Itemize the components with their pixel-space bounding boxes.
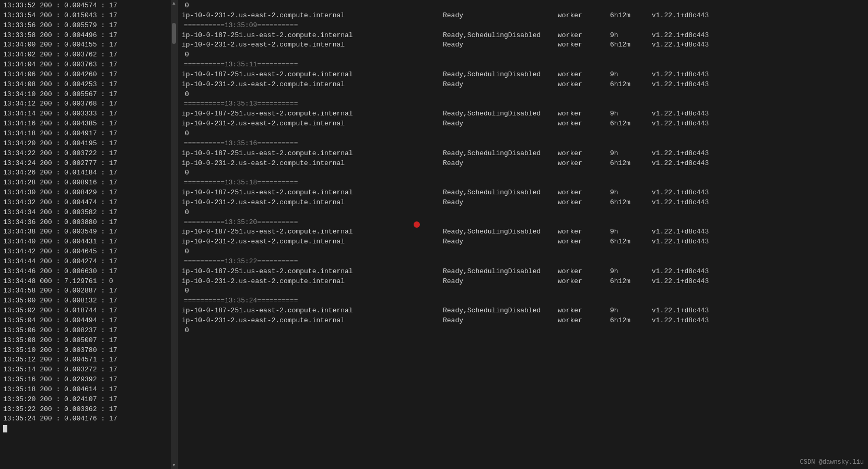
log-line: 13:34:00 200 : 0.004155 : 17 — [0, 40, 171, 50]
node-role: worker — [558, 109, 610, 119]
prompt-line — [0, 424, 171, 434]
node-status: Ready — [443, 11, 558, 21]
node-line: ip-10-0-231-2.us-east-2.compute.internal… — [182, 11, 864, 21]
node-line: ip-10-0-231-2.us-east-2.compute.internal… — [182, 159, 864, 169]
log-line: 13:33:54 200 : 0.015043 : 17 — [0, 11, 171, 21]
log-line: 13:34:02 200 : 0.003762 : 17 — [0, 50, 171, 60]
log-line: 13:35:24 200 : 0.004176 : 17 — [0, 414, 171, 424]
value-line: 0 — [182, 90, 864, 100]
node-status: Ready,SchedulingDisabled — [443, 227, 558, 237]
node-line: ip-10-0-231-2.us-east-2.compute.internal… — [182, 198, 864, 208]
node-line: ip-10-0-187-251.us-east-2.compute.intern… — [182, 188, 864, 198]
scroll-down-arrow[interactable]: ▼ — [171, 462, 177, 469]
log-line: 13:34:14 200 : 0.003333 : 17 — [0, 109, 171, 119]
node-role: worker — [558, 11, 610, 21]
scroll-up-arrow[interactable]: ▲ — [171, 0, 177, 7]
node-name: ip-10-0-231-2.us-east-2.compute.internal — [182, 277, 443, 287]
node-name: ip-10-0-231-2.us-east-2.compute.internal — [182, 80, 443, 90]
node-role: worker — [558, 277, 610, 287]
node-status: Ready,SchedulingDisabled — [443, 267, 558, 277]
node-line: ip-10-0-187-251.us-east-2.compute.intern… — [182, 31, 864, 41]
left-panel: 13:33:52 200 : 0.004574 : 1713:33:54 200… — [0, 0, 178, 469]
node-line: ip-10-0-231-2.us-east-2.compute.internal… — [182, 316, 864, 326]
node-name: ip-10-0-231-2.us-east-2.compute.internal — [182, 40, 443, 50]
left-scrollbar[interactable]: ▲ ▼ — [171, 0, 177, 469]
node-status: Ready — [443, 198, 558, 208]
node-version: v1.22.1+d8c443 — [652, 11, 709, 21]
separator-line: ==========13:35:18========== — [182, 178, 864, 188]
node-status: Ready,SchedulingDisabled — [443, 149, 558, 159]
node-version: v1.22.1+d8c443 — [652, 188, 709, 198]
node-role: worker — [558, 316, 610, 326]
log-line: 13:34:40 200 : 0.004431 : 17 — [0, 237, 171, 247]
log-line: 13:33:56 200 : 0.005579 : 17 — [0, 21, 171, 31]
node-status: Ready — [443, 119, 558, 129]
log-line: 13:35:18 200 : 0.004614 : 17 — [0, 385, 171, 395]
node-line: ip-10-0-187-251.us-east-2.compute.intern… — [182, 70, 864, 80]
node-status: Ready — [443, 80, 558, 90]
node-age: 9h — [610, 306, 652, 316]
node-name: ip-10-0-187-251.us-east-2.compute.intern… — [182, 31, 443, 41]
log-line: 13:35:04 200 : 0.004494 : 17 — [0, 316, 171, 326]
node-status: Ready,SchedulingDisabled — [443, 31, 558, 41]
separator-line: ==========13:35:20========== — [182, 218, 864, 228]
log-line: 13:34:30 200 : 0.008429 : 17 — [0, 188, 171, 198]
node-role: worker — [558, 267, 610, 277]
node-age: 6h12m — [610, 237, 652, 247]
node-version: v1.22.1+d8c443 — [652, 80, 709, 90]
log-line: 13:34:08 200 : 0.004253 : 17 — [0, 80, 171, 90]
node-age: 6h12m — [610, 119, 652, 129]
node-version: v1.22.1+d8c443 — [652, 109, 709, 119]
node-name: ip-10-0-187-251.us-east-2.compute.intern… — [182, 109, 443, 119]
node-line: ip-10-0-231-2.us-east-2.compute.internal… — [182, 277, 864, 287]
node-version: v1.22.1+d8c443 — [652, 31, 709, 41]
node-name: ip-10-0-187-251.us-east-2.compute.intern… — [182, 267, 443, 277]
log-line: 13:35:06 200 : 0.008237 : 17 — [0, 326, 171, 336]
value-line: 0 — [182, 326, 864, 336]
log-line: 13:34:44 200 : 0.004274 : 17 — [0, 257, 171, 267]
left-scroll-area: 13:33:52 200 : 0.004574 : 1713:33:54 200… — [0, 1, 171, 468]
log-line: 13:34:16 200 : 0.004385 : 17 — [0, 119, 171, 129]
separator-line: ==========13:35:09========== — [182, 21, 864, 31]
log-line: 13:34:04 200 : 0.003763 : 17 — [0, 60, 171, 70]
log-line: 13:34:18 200 : 0.004917 : 17 — [0, 129, 171, 139]
node-name: ip-10-0-231-2.us-east-2.compute.internal — [182, 237, 443, 247]
node-line: ip-10-0-187-251.us-east-2.compute.intern… — [182, 109, 864, 119]
node-line: ip-10-0-187-251.us-east-2.compute.intern… — [182, 149, 864, 159]
node-version: v1.22.1+d8c443 — [652, 306, 709, 316]
node-version: v1.22.1+d8c443 — [652, 227, 709, 237]
node-name: ip-10-0-231-2.us-east-2.compute.internal — [182, 316, 443, 326]
log-line: 13:35:10 200 : 0.003780 : 17 — [0, 346, 171, 356]
node-name: ip-10-0-231-2.us-east-2.compute.internal — [182, 11, 443, 21]
value-line: 0 — [182, 208, 864, 218]
node-role: worker — [558, 237, 610, 247]
separator-line: ==========13:35:22========== — [182, 257, 864, 267]
node-status: Ready — [443, 159, 558, 169]
node-line: ip-10-0-187-251.us-east-2.compute.intern… — [182, 227, 864, 237]
node-age: 6h12m — [610, 159, 652, 169]
node-age: 6h12m — [610, 198, 652, 208]
log-line: 13:34:48 000 : 7.129761 : 0 — [0, 277, 171, 287]
node-age: 9h — [610, 70, 652, 80]
node-role: worker — [558, 188, 610, 198]
node-line: ip-10-0-187-251.us-east-2.compute.intern… — [182, 306, 864, 316]
node-line: ip-10-0-231-2.us-east-2.compute.internal… — [182, 119, 864, 129]
log-line: 13:34:28 200 : 0.008916 : 17 — [0, 178, 171, 188]
log-line: 13:34:46 200 : 0.006630 : 17 — [0, 267, 171, 277]
log-line: 13:34:58 200 : 0.002887 : 17 — [0, 286, 171, 296]
node-role: worker — [558, 149, 610, 159]
node-role: worker — [558, 70, 610, 80]
log-line: 13:34:38 200 : 0.003549 : 17 — [0, 227, 171, 237]
node-role: worker — [558, 40, 610, 50]
node-age: 6h12m — [610, 316, 652, 326]
log-line: 13:34:26 200 : 0.014184 : 17 — [0, 168, 171, 178]
scrollbar-thumb[interactable] — [172, 23, 176, 44]
node-version: v1.22.1+d8c443 — [652, 267, 709, 277]
node-status: Ready,SchedulingDisabled — [443, 188, 558, 198]
node-age: 9h — [610, 31, 652, 41]
node-version: v1.22.1+d8c443 — [652, 277, 709, 287]
log-line: 13:35:14 200 : 0.003272 : 17 — [0, 365, 171, 375]
node-role: worker — [558, 119, 610, 129]
node-name: ip-10-0-187-251.us-east-2.compute.intern… — [182, 149, 443, 159]
node-status: Ready,SchedulingDisabled — [443, 70, 558, 80]
